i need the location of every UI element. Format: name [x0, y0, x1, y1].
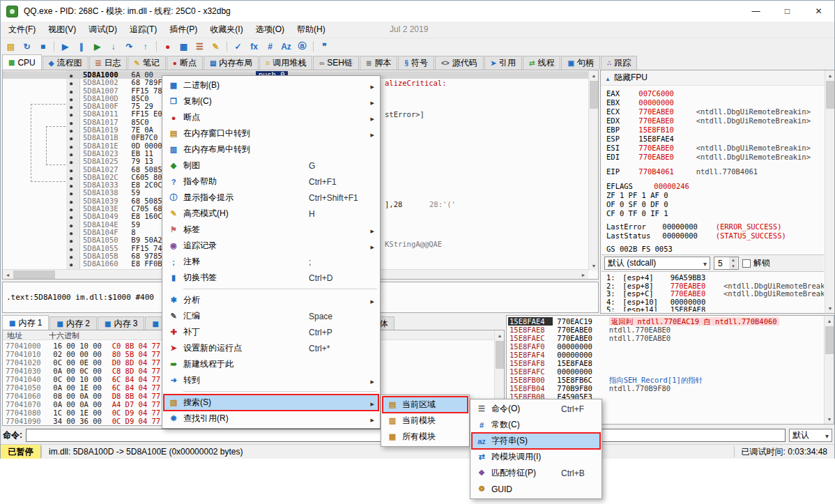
context-menu-item[interactable]: ◉ 追踪记录	[164, 238, 378, 254]
view-tab[interactable]: ⇄ 线程	[523, 56, 560, 70]
scrollbar-thumb[interactable]	[825, 326, 834, 354]
context-menu-item[interactable]: ➠ 新建线程于此	[164, 356, 378, 372]
scroll-left-icon[interactable]	[3, 270, 13, 280]
submenu-item[interactable]: ⇄ 跨模块调用(I)	[472, 449, 600, 465]
view-tab[interactable]: ≣ 脚本	[360, 56, 397, 70]
toolbar-button[interactable]	[310, 39, 316, 54]
menubar-item[interactable]: 收藏夹(I)	[204, 22, 249, 38]
toolbar-button[interactable]	[153, 39, 160, 54]
view-tab[interactable]: ∴ 跟踪	[601, 56, 637, 70]
flags-row[interactable]: OF 0 SF 0 DF 0	[606, 200, 824, 209]
scroll-up-icon[interactable]	[825, 70, 835, 80]
register-row[interactable]: ESP 15E8FAE4	[606, 135, 824, 144]
toolbar-button[interactable]: ↻	[19, 39, 35, 54]
scroll-up-icon[interactable]	[589, 70, 599, 80]
minimize-button[interactable]: —	[740, 1, 772, 22]
menubar-item[interactable]: 插件(P)	[163, 22, 204, 38]
context-menu-item[interactable]: ✚ 补丁 Ctrl+P	[164, 324, 378, 340]
context-menu-item[interactable]: ? 指令帮助 Ctrl+F1	[164, 174, 378, 190]
view-tab[interactable]: ☰ 日志	[89, 56, 128, 70]
menubar-item[interactable]: 帮助(H)	[291, 22, 332, 38]
stack-row[interactable]: 15E8FAFC 00000000	[508, 367, 824, 376]
toolbar-button[interactable]: ▶	[89, 39, 105, 54]
submenu-item[interactable]: ☰ 命令(O) Ctrl+F	[472, 401, 600, 417]
call-argument-row[interactable]: 5: [esp+14] 15E8FAE8	[606, 306, 824, 312]
toolbar-button[interactable]: ▤	[3, 39, 19, 54]
calling-convention-select[interactable]: 默认 (stdcall)	[604, 257, 710, 270]
flags-row[interactable]: CF 0 TF 0 IF 1	[606, 209, 824, 218]
toolbar-button[interactable]: ↑	[137, 39, 153, 54]
context-menu-item[interactable]: ✎ 高亮模式(H) H	[164, 206, 378, 222]
segment-registers-row[interactable]: GS 002B FS 0053	[606, 245, 824, 254]
submenu-item[interactable]: ▤ 当前区域	[383, 397, 468, 413]
register-row[interactable]: EDX 770EABE0 <ntdll.DbgUiRemoteBreakin>	[606, 116, 824, 125]
view-tab[interactable]: ▣ 句柄	[561, 56, 599, 70]
close-button[interactable]: ✕	[803, 1, 834, 22]
register-row[interactable]: ESI 770EABE0 <ntdll.DbgUiRemoteBreakin>	[606, 144, 824, 153]
context-menu-item[interactable]: ❋ 查找引用(R)	[164, 411, 378, 427]
scrollbar-thumb[interactable]	[496, 341, 504, 369]
argument-count-stepper[interactable]: 5	[714, 257, 739, 270]
stack-row[interactable]: 15E8FAF4 00000000	[508, 351, 824, 359]
menubar-item[interactable]: 选项(O)	[250, 22, 291, 38]
context-menu-item[interactable]: ◈ 制图 G	[164, 158, 378, 174]
context-menu-item[interactable]: ➜ 转到	[164, 372, 378, 388]
toolbar-button[interactable]: ∥	[73, 39, 89, 54]
view-tab[interactable]: ▦ CPU	[2, 54, 42, 70]
command-convention-select[interactable]: 默认	[789, 429, 832, 442]
toolbar-button[interactable]: Az	[278, 39, 294, 54]
unlock-checkbox[interactable]	[742, 259, 751, 268]
toolbar-button[interactable]: ■	[35, 39, 51, 54]
view-tab[interactable]: <> 源代码	[435, 56, 484, 70]
context-menu-item[interactable]: ▤ 在内存窗口中转到	[164, 125, 378, 142]
context-menu-item[interactable]: ▦ 二进制(B)	[164, 77, 378, 93]
breakpoint-dot-icon[interactable]	[70, 260, 72, 269]
scrollbar-thumb[interactable]	[590, 81, 598, 109]
scroll-right-icon[interactable]	[579, 270, 588, 280]
stack-row[interactable]: 15E8FAF0 00000000	[508, 342, 824, 351]
scroll-up-icon[interactable]	[825, 316, 834, 326]
submenu-item[interactable]: ▦ 所有模块	[383, 429, 468, 445]
menubar-item[interactable]: 调试(D)	[82, 22, 123, 38]
toolbar-button[interactable]: ✓	[230, 39, 246, 54]
toolbar-button[interactable]: fx	[246, 39, 262, 54]
scroll-down-icon[interactable]	[589, 261, 599, 270]
menubar-item[interactable]: 文件(F)	[2, 22, 42, 38]
view-tab[interactable]: ➤ 引用	[484, 56, 522, 70]
scroll-down-icon[interactable]	[825, 303, 835, 313]
call-argument-row[interactable]: 3: [esp+C] 770EABE0 <ntdll.DbgUiRemoteBr…	[606, 290, 824, 298]
toolbar-button[interactable]: ↷	[121, 39, 137, 54]
stepper-up-icon[interactable]	[729, 257, 737, 264]
dump-tab[interactable]: ▦ 内存 1	[2, 315, 49, 330]
stack-row[interactable]: 15E8FB04 770B9F80 ntdll.770B9F80	[508, 384, 824, 392]
register-row[interactable]: EBX 00000000	[606, 98, 824, 107]
toolbar-button[interactable]	[51, 39, 57, 54]
view-tab[interactable]: ∞ SEH链	[313, 56, 359, 70]
dump-tab[interactable]: ▦ 内存 3	[98, 316, 144, 330]
eflags-row[interactable]: EFLAGS 00000246	[606, 182, 824, 191]
context-menu-item[interactable]: ✱ 分析	[164, 292, 378, 308]
context-menu-item[interactable]: ▮ 切换书签 Ctrl+D	[164, 270, 378, 286]
toolbar-button[interactable]: ●	[160, 39, 176, 54]
register-row[interactable]: EIP 770B4061 ntdll.770B4061	[606, 167, 824, 176]
maximize-button[interactable]: □	[772, 1, 803, 22]
toolbar-button[interactable]: ⓐ	[294, 39, 310, 54]
context-menu-item[interactable]: ; 注释 ;	[164, 254, 378, 270]
context-menu-item[interactable]: ▥ 在内存布局中转到	[164, 142, 378, 158]
view-tab[interactable]: § 符号	[398, 56, 434, 70]
context-menu-item[interactable]: ❐ 复制(C)	[164, 93, 378, 109]
stack-scrollbar[interactable]	[824, 316, 834, 424]
hide-fpu-button[interactable]: 隐藏FPU	[614, 72, 648, 84]
menubar-item[interactable]: 追踪(T)	[123, 22, 163, 38]
stack-row[interactable]: 15E8FAEC 770EABE0 ntdll.770EABE0	[508, 334, 824, 342]
context-menu-item[interactable]: ⚑ 标签	[164, 222, 378, 238]
view-tab[interactable]: ✎ 笔记	[128, 56, 165, 70]
context-menu-item[interactable]: ● 断点	[164, 109, 378, 125]
registers-scrollbar[interactable]	[825, 70, 834, 313]
toolbar-button[interactable]: ✎	[208, 39, 224, 54]
context-menu-item[interactable]: ▧ 搜索(S)	[164, 395, 378, 411]
context-menu-item[interactable]: ➤ 设置新的运行点 Ctrl+*	[164, 340, 378, 356]
view-tab[interactable]: ≡ 调用堆栈	[259, 56, 312, 70]
last-error-row[interactable]: LastError 00000000 (ERROR_SUCCESS)	[606, 222, 824, 231]
scrollbar-thumb[interactable]	[13, 270, 55, 279]
